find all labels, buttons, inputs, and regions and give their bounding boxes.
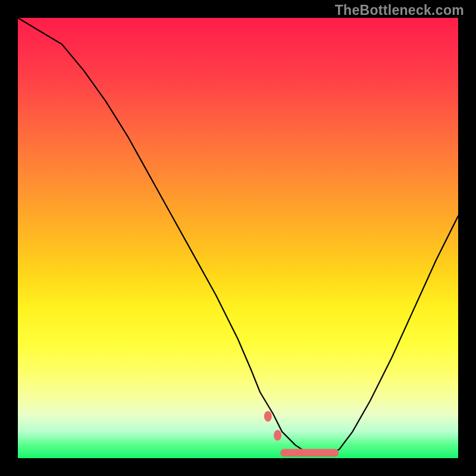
- curve-layer: [18, 18, 458, 458]
- watermark-text: TheBottleneck.com: [335, 2, 464, 18]
- bottleneck-curve: [18, 18, 458, 454]
- chart-container: TheBottleneck.com: [0, 0, 476, 476]
- marker-dot: [274, 430, 281, 441]
- marker-dot: [264, 411, 272, 422]
- plot-area: [18, 18, 458, 458]
